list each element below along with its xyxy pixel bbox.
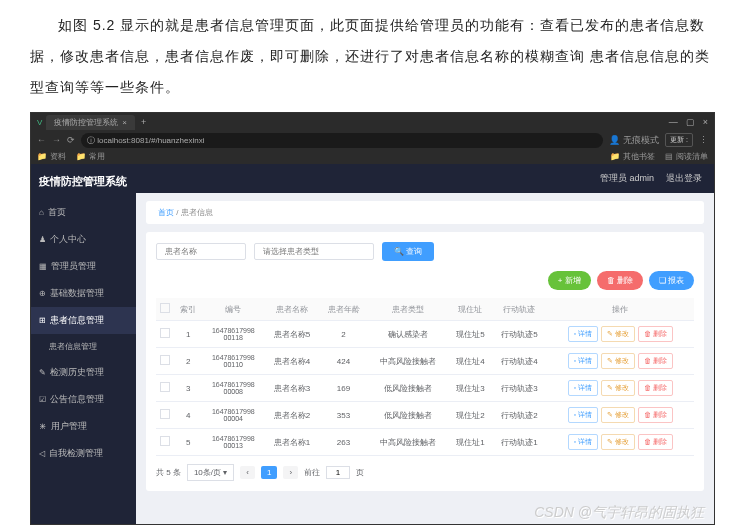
reload-icon[interactable]: ⟳ [67, 135, 75, 145]
detail-button[interactable]: ▫ 详情 [568, 434, 598, 450]
delete-button[interactable]: 🗑 删除 [597, 271, 643, 290]
other-bookmarks[interactable]: 📁其他书签 [610, 151, 655, 162]
sidebar-item[interactable]: ⌂首页 [31, 199, 136, 226]
page-number-button[interactable]: 1 [261, 466, 277, 479]
detail-button[interactable]: ▫ 详情 [568, 353, 598, 369]
row-delete-button[interactable]: 🗑 删除 [638, 380, 673, 396]
cell-addr: 现住址1 [449, 429, 493, 456]
sidebar-item[interactable]: ⛯用户管理 [31, 413, 136, 440]
add-button[interactable]: + 新增 [548, 271, 591, 290]
sidebar-item[interactable]: ▦管理员管理 [31, 253, 136, 280]
page-size-select[interactable]: 10条/页 ▾ [187, 464, 234, 481]
cell-no: 1647861799800013 [202, 429, 265, 456]
cell-track: 行动轨迹4 [492, 348, 546, 375]
column-header: 索引 [175, 298, 202, 321]
browser-tab[interactable]: 疫情防控管理系统 × [46, 115, 135, 130]
menu-icon: ▦ [39, 262, 47, 271]
edit-button[interactable]: ✎ 修改 [601, 353, 635, 369]
update-button[interactable]: 更新 : [665, 133, 693, 147]
cell-index: 1 [175, 321, 202, 348]
name-filter-input[interactable] [156, 243, 246, 260]
sidebar-item[interactable]: ⊕基础数据管理 [31, 280, 136, 307]
edit-button[interactable]: ✎ 修改 [601, 326, 635, 342]
menu-icon: ⊕ [39, 289, 46, 298]
content-card: 🔍 查询 + 新增 🗑 删除 ❏ 报表 索引编号患者名称患者年龄患者类型现住址行… [146, 232, 704, 491]
menu-icon: ⊞ [39, 316, 46, 325]
menu-label: 基础数据管理 [50, 287, 104, 300]
document-paragraph: 如图 5.2 显示的就是患者信息管理页面，此页面提供给管理员的功能有：查看已发布… [0, 0, 745, 107]
sidebar-item[interactable]: ☑公告信息管理 [31, 386, 136, 413]
cell-type: 低风险接触者 [368, 375, 449, 402]
sidebar-item[interactable]: ⊞患者信息管理 [31, 307, 136, 334]
cell-index: 2 [175, 348, 202, 375]
detail-button[interactable]: ▫ 详情 [568, 380, 598, 396]
select-all-checkbox[interactable] [160, 303, 170, 313]
breadcrumb-home[interactable]: 首页 [158, 208, 174, 217]
report-button[interactable]: ❏ 报表 [649, 271, 694, 290]
breadcrumb-current: 患者信息 [181, 208, 213, 217]
cell-name: 患者名称3 [265, 375, 319, 402]
table-row: 5 1647861799800013 患者名称1 263 中高风险接触者 现住址… [156, 429, 694, 456]
menu-label: 首页 [48, 206, 66, 219]
row-delete-button[interactable]: 🗑 删除 [638, 326, 673, 342]
close-window-icon[interactable]: × [703, 117, 708, 127]
url-text: localhost:8081/#/huanzhexinxi [97, 136, 204, 145]
goto-page-input[interactable] [326, 466, 350, 479]
sidebar-item[interactable]: ◁自我检测管理 [31, 440, 136, 467]
edit-button[interactable]: ✎ 修改 [601, 434, 635, 450]
cell-name: 患者名称5 [265, 321, 319, 348]
menu-icon: ✎ [39, 368, 46, 377]
reading-list[interactable]: ▤阅读清单 [665, 151, 708, 162]
bookmark-folder[interactable]: 📁常用 [76, 151, 105, 162]
column-header: 现住址 [449, 298, 493, 321]
edit-button[interactable]: ✎ 修改 [601, 380, 635, 396]
sidebar-subitem[interactable]: 患者信息管理 [31, 334, 136, 359]
search-button[interactable]: 🔍 查询 [382, 242, 434, 261]
menu-icon[interactable]: ⋮ [699, 135, 708, 145]
row-checkbox[interactable] [160, 409, 170, 419]
filter-bar: 🔍 查询 [156, 242, 694, 261]
bookmark-folder[interactable]: 📁资料 [37, 151, 66, 162]
minimize-icon[interactable]: — [669, 117, 678, 127]
action-bar: + 新增 🗑 删除 ❏ 报表 [156, 271, 694, 290]
system-title: 疫情防控管理系统 [31, 164, 136, 199]
edit-button[interactable]: ✎ 修改 [601, 407, 635, 423]
column-header: 患者年龄 [319, 298, 367, 321]
main-content: 管理员 admin 退出登录 首页 / 患者信息 🔍 查询 + [136, 164, 714, 524]
url-input[interactable]: ⓘ localhost:8081/#/huanzhexinxi [81, 133, 603, 148]
forward-icon[interactable]: → [52, 135, 61, 145]
row-checkbox[interactable] [160, 355, 170, 365]
incognito-badge: 👤 无痕模式 [609, 134, 659, 147]
cell-addr: 现住址4 [449, 348, 493, 375]
cell-addr: 现住址5 [449, 321, 493, 348]
maximize-icon[interactable]: ▢ [686, 117, 695, 127]
cell-name: 患者名称2 [265, 402, 319, 429]
pagination: 共 5 条 10条/页 ▾ ‹ 1 › 前往 页 [156, 456, 694, 481]
row-checkbox[interactable] [160, 382, 170, 392]
menu-label: 检测历史管理 [50, 366, 104, 379]
close-icon[interactable]: × [122, 118, 127, 127]
new-tab-icon[interactable]: + [141, 117, 146, 127]
column-header: 行动轨迹 [492, 298, 546, 321]
back-icon[interactable]: ← [37, 135, 46, 145]
row-checkbox[interactable] [160, 328, 170, 338]
menu-icon: ⌂ [39, 208, 44, 217]
row-checkbox[interactable] [160, 436, 170, 446]
menu-label: 个人中心 [50, 233, 86, 246]
bookmarks-bar: 📁资料 📁常用 📁其他书签 ▤阅读清单 [31, 149, 714, 164]
row-delete-button[interactable]: 🗑 删除 [638, 353, 673, 369]
row-delete-button[interactable]: 🗑 删除 [638, 407, 673, 423]
row-delete-button[interactable]: 🗑 删除 [638, 434, 673, 450]
cell-no: 1647861799800110 [202, 348, 265, 375]
logout-link[interactable]: 退出登录 [666, 172, 702, 185]
prev-page-button[interactable]: ‹ [240, 466, 255, 479]
cell-age: 169 [319, 375, 367, 402]
cell-addr: 现住址3 [449, 375, 493, 402]
page-suffix: 页 [356, 467, 364, 478]
next-page-button[interactable]: › [283, 466, 298, 479]
sidebar-item[interactable]: ♟个人中心 [31, 226, 136, 253]
detail-button[interactable]: ▫ 详情 [568, 407, 598, 423]
detail-button[interactable]: ▫ 详情 [568, 326, 598, 342]
sidebar-item[interactable]: ✎检测历史管理 [31, 359, 136, 386]
type-filter-select[interactable] [254, 243, 374, 260]
